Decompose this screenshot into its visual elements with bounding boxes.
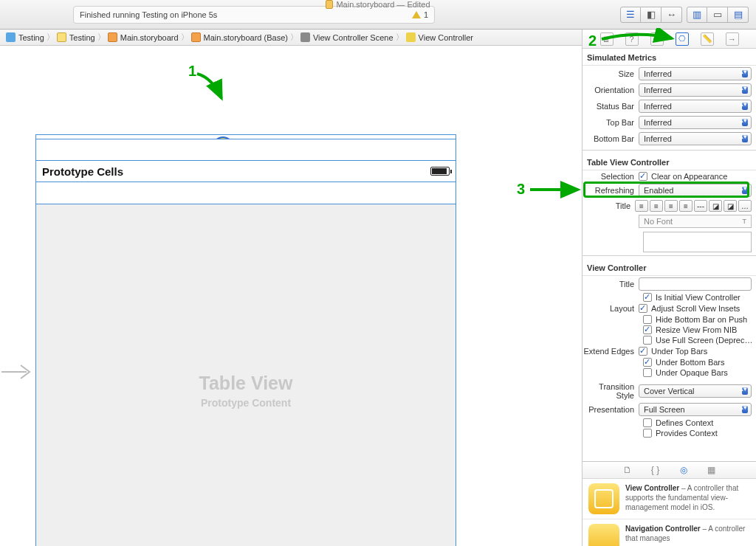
presentation-select[interactable]: Full Screen▴▾: [639, 403, 752, 416]
file-templates-tab[interactable]: 🗋: [622, 464, 633, 476]
under-top-text: Under Top Bars: [651, 347, 707, 356]
fullscreen-checkbox[interactable]: [643, 336, 652, 345]
topbar-label: Top Bar: [583, 118, 639, 127]
extend-edges-label: Extend Edges: [583, 347, 639, 356]
tvc-title-label: Title: [583, 201, 635, 210]
align-justify-button[interactable]: ≡: [679, 200, 693, 212]
transition-select[interactable]: Cover Vertical▴▾: [639, 384, 752, 398]
resize-nib-checkbox[interactable]: [643, 325, 652, 334]
folder-icon: [57, 32, 66, 42]
storyboard-icon: [108, 32, 117, 42]
crumb-folder[interactable]: Testing: [69, 33, 95, 42]
simulated-metrics-header: Simulated Metrics: [583, 49, 756, 66]
crumb-base[interactable]: Main.storyboard (Base): [204, 33, 288, 42]
battery-icon: [430, 167, 450, 176]
prototype-cell[interactable]: [36, 182, 456, 204]
hide-bottom-bar-text: Hide Bottom Bar on Push: [656, 315, 747, 324]
prototype-cells-header: Prototype Cells: [36, 160, 456, 182]
style-b-button[interactable]: ◪: [724, 200, 737, 212]
crumb-file[interactable]: Main.storyboard: [120, 33, 179, 42]
dash-button[interactable]: ---: [694, 200, 707, 212]
status-text: Finished running Testing on iPhone 5s: [80, 10, 217, 19]
adjust-insets-text: Adjust Scroll View Insets: [651, 304, 740, 313]
project-icon: [6, 32, 16, 42]
view-controller-swatch-icon: [588, 483, 619, 514]
controller-icon: [406, 32, 416, 42]
style-a-button[interactable]: ◪: [709, 200, 722, 212]
object-library: 🗋 { } ◎ ▦ View Controller – A controller…: [583, 461, 756, 546]
under-bottom-checkbox[interactable]: [643, 358, 652, 367]
navigation-controller-swatch-icon: [588, 524, 619, 546]
vc-title-label: Title: [583, 280, 639, 288]
assistant-editor-button[interactable]: ◧: [641, 7, 662, 23]
crumb-project[interactable]: Testing: [18, 33, 44, 42]
warning-count[interactable]: 1: [424, 10, 428, 19]
align-right-button[interactable]: ≡: [664, 200, 678, 212]
code-snippets-tab[interactable]: { }: [650, 464, 662, 476]
font-box[interactable]: No FontT: [639, 215, 752, 228]
statusbar-select[interactable]: Inferred▴▾: [639, 100, 752, 113]
lib-vc-title: View Controller: [625, 484, 679, 492]
library-tabs[interactable]: 🗋 { } ◎ ▦: [583, 461, 756, 479]
adjust-insets-checkbox[interactable]: [639, 304, 647, 313]
highlight-refreshing-row: [583, 182, 749, 198]
object-library-tab[interactable]: ◎: [678, 464, 690, 476]
device-frame[interactable]: Prototype Cells Table View Prototype Con…: [35, 139, 456, 546]
provides-context-text: Provides Context: [656, 429, 718, 438]
initial-vc-checkbox[interactable]: [643, 293, 652, 302]
toggle-utilities-button[interactable]: ▤: [728, 7, 749, 23]
statusbar-label: Status Bar: [583, 102, 639, 111]
crumb-scene[interactable]: View Controller Scene: [313, 33, 394, 42]
crumb-controller[interactable]: View Controller: [419, 33, 473, 42]
clear-on-appearance-text: Clear on Appearance: [651, 172, 727, 181]
under-opaque-checkbox[interactable]: [643, 368, 652, 377]
align-center-button[interactable]: ≡: [650, 200, 663, 212]
tvc-header: Table View Controller: [583, 153, 756, 170]
bottombar-label: Bottom Bar: [583, 134, 639, 143]
under-bottom-text: Under Bottom Bars: [656, 358, 725, 367]
resize-nib-text: Resize View From NIB: [656, 325, 737, 334]
vc-title-input[interactable]: [639, 277, 752, 291]
style-more-button[interactable]: …: [738, 200, 752, 212]
library-item-view-controller[interactable]: View Controller – A controller that supp…: [583, 479, 756, 519]
initial-vc-text: Is Initial View Controller: [656, 293, 740, 302]
media-library-tab[interactable]: ▦: [706, 464, 718, 476]
fullscreen-text: Use Full Screen (Deprec…: [656, 336, 752, 345]
top-toolbar: Finished running Testing on iPhone 5s 1 …: [0, 0, 756, 30]
annotation-2: 2: [588, 32, 597, 49]
version-editor-button[interactable]: ↔: [662, 7, 682, 23]
size-inspector-tab[interactable]: 📏: [701, 32, 714, 46]
clear-on-appearance-checkbox[interactable]: [639, 172, 647, 181]
selection-label: Selection: [583, 172, 639, 181]
annotation-3: 3: [517, 181, 525, 198]
under-top-checkbox[interactable]: [639, 347, 647, 356]
activity-status: Finished running Testing on iPhone 5s 1: [73, 6, 435, 24]
presentation-label: Presentation: [583, 405, 639, 414]
initial-arrow-icon: [1, 363, 34, 382]
topbar-select[interactable]: Inferred▴▾: [639, 116, 752, 129]
library-item-navigation-controller[interactable]: Navigation Controller – A controller tha…: [583, 519, 756, 546]
defines-context-text: Defines Context: [656, 418, 713, 427]
scene-icon: [300, 32, 310, 42]
canvas[interactable]: ◎ ◉ ▣ Prototype Cells Table View Prototy…: [0, 46, 582, 546]
hide-bottom-bar-checkbox[interactable]: [643, 315, 652, 324]
bottombar-select[interactable]: Inferred▴▾: [639, 132, 752, 145]
lib-nc-title: Navigation Controller: [625, 525, 701, 533]
table-view-body[interactable]: Table View Prototype Content: [36, 204, 456, 546]
warning-icon[interactable]: [412, 11, 421, 18]
layout-label: Layout: [583, 304, 639, 313]
table-view-subtitle: Prototype Content: [201, 397, 291, 409]
size-label: Size: [583, 69, 639, 78]
title-textarea[interactable]: [643, 232, 752, 252]
storyboard-base-icon: [191, 32, 201, 42]
toggle-debug-button[interactable]: ▭: [707, 7, 728, 23]
toggle-navigator-button[interactable]: ▥: [687, 7, 707, 23]
orientation-select[interactable]: Inferred▴▾: [639, 83, 752, 97]
size-select[interactable]: Inferred▴▾: [639, 67, 752, 80]
provides-context-checkbox[interactable]: [643, 429, 652, 438]
defines-context-checkbox[interactable]: [643, 418, 652, 427]
align-left-button[interactable]: ≡: [635, 200, 648, 212]
standard-editor-button[interactable]: ☰: [620, 7, 641, 23]
prototype-cells-label: Prototype Cells: [42, 165, 123, 178]
connections-inspector-tab[interactable]: →: [726, 32, 739, 46]
